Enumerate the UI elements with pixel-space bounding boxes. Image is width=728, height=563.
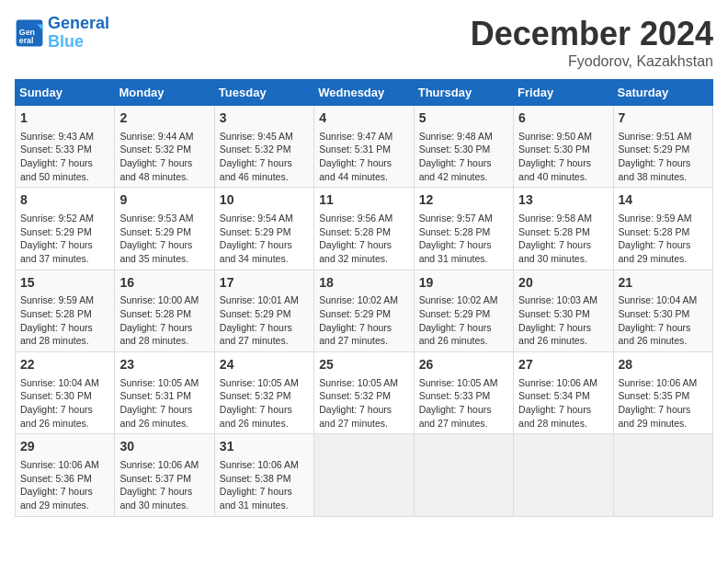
calendar-week-row: 1Sunrise: 9:43 AM Sunset: 5:33 PM Daylig… — [16, 106, 713, 188]
calendar-cell: 29Sunrise: 10:06 AM Sunset: 5:36 PM Dayl… — [16, 434, 115, 516]
calendar-cell: 18Sunrise: 10:02 AM Sunset: 5:29 PM Dayl… — [314, 270, 414, 351]
day-number: 26 — [419, 356, 508, 374]
calendar-cell: 3Sunrise: 9:45 AM Sunset: 5:32 PM Daylig… — [214, 106, 313, 188]
day-number: 28 — [619, 356, 708, 374]
day-number: 3 — [220, 109, 309, 128]
svg-text:eral: eral — [19, 36, 34, 45]
day-number: 15 — [20, 274, 109, 293]
title-block: December 2024 Fyodorov, Kazakhstan — [471, 15, 713, 70]
calendar-cell: 9Sunrise: 9:53 AM Sunset: 5:29 PM Daylig… — [115, 188, 214, 270]
calendar-cell: 17Sunrise: 10:01 AM Sunset: 5:29 PM Dayl… — [214, 270, 313, 351]
calendar-cell: 12Sunrise: 9:57 AM Sunset: 5:28 PM Dayli… — [414, 188, 513, 270]
day-info: Sunrise: 9:59 AM Sunset: 5:28 PM Dayligh… — [20, 293, 109, 348]
calendar-cell: 23Sunrise: 10:05 AM Sunset: 5:31 PM Dayl… — [115, 352, 214, 434]
day-number: 7 — [619, 109, 708, 128]
logo-text: GeneralBlue — [48, 15, 109, 52]
day-info: Sunrise: 9:56 AM Sunset: 5:28 PM Dayligh… — [319, 212, 408, 266]
day-number: 30 — [119, 438, 209, 456]
weekday-header: Monday — [115, 80, 214, 106]
calendar-cell: 14Sunrise: 9:59 AM Sunset: 5:28 PM Dayli… — [613, 188, 712, 270]
day-info: Sunrise: 10:05 AM Sunset: 5:32 PM Daylig… — [319, 376, 408, 431]
day-number: 24 — [220, 356, 309, 374]
day-number: 23 — [119, 356, 209, 374]
calendar-cell: 30Sunrise: 10:06 AM Sunset: 5:37 PM Dayl… — [115, 434, 214, 516]
weekday-header: Friday — [514, 80, 613, 106]
calendar-cell — [414, 434, 513, 516]
day-info: Sunrise: 10:05 AM Sunset: 5:33 PM Daylig… — [419, 376, 508, 431]
day-info: Sunrise: 10:05 AM Sunset: 5:31 PM Daylig… — [119, 376, 209, 431]
day-info: Sunrise: 9:52 AM Sunset: 5:29 PM Dayligh… — [20, 212, 109, 266]
day-number: 10 — [220, 191, 309, 210]
day-number: 18 — [319, 274, 408, 293]
day-info: Sunrise: 9:58 AM Sunset: 5:28 PM Dayligh… — [518, 212, 608, 266]
weekday-header: Sunday — [16, 80, 115, 106]
calendar-cell: 2Sunrise: 9:44 AM Sunset: 5:32 PM Daylig… — [115, 106, 214, 188]
calendar-cell — [613, 434, 712, 516]
day-number: 16 — [119, 274, 209, 293]
day-info: Sunrise: 10:00 AM Sunset: 5:28 PM Daylig… — [119, 293, 209, 348]
day-info: Sunrise: 10:06 AM Sunset: 5:38 PM Daylig… — [220, 458, 309, 512]
day-info: Sunrise: 9:54 AM Sunset: 5:29 PM Dayligh… — [220, 212, 309, 266]
day-info: Sunrise: 9:44 AM Sunset: 5:32 PM Dayligh… — [119, 130, 209, 184]
day-number: 17 — [220, 274, 309, 293]
calendar-cell: 28Sunrise: 10:06 AM Sunset: 5:35 PM Dayl… — [613, 352, 712, 434]
day-info: Sunrise: 10:02 AM Sunset: 5:29 PM Daylig… — [419, 293, 508, 348]
day-number: 29 — [20, 438, 109, 456]
day-info: Sunrise: 10:06 AM Sunset: 5:36 PM Daylig… — [20, 458, 109, 512]
day-number: 19 — [419, 274, 508, 293]
day-info: Sunrise: 10:05 AM Sunset: 5:32 PM Daylig… — [220, 376, 309, 431]
svg-text:Gen: Gen — [19, 27, 35, 36]
day-info: Sunrise: 10:06 AM Sunset: 5:34 PM Daylig… — [518, 376, 608, 431]
weekday-header: Tuesday — [214, 80, 313, 106]
calendar-cell: 16Sunrise: 10:00 AM Sunset: 5:28 PM Dayl… — [115, 270, 214, 351]
calendar-cell: 7Sunrise: 9:51 AM Sunset: 5:29 PM Daylig… — [613, 106, 712, 188]
calendar-cell: 4Sunrise: 9:47 AM Sunset: 5:31 PM Daylig… — [314, 106, 414, 188]
weekday-header: Saturday — [613, 80, 712, 106]
day-info: Sunrise: 10:02 AM Sunset: 5:29 PM Daylig… — [319, 293, 408, 348]
calendar-cell — [514, 434, 613, 516]
calendar-cell: 8Sunrise: 9:52 AM Sunset: 5:29 PM Daylig… — [16, 188, 115, 270]
calendar-cell: 24Sunrise: 10:05 AM Sunset: 5:32 PM Dayl… — [214, 352, 313, 434]
day-number: 4 — [319, 109, 408, 128]
day-number: 5 — [419, 109, 508, 128]
page-header: Gen eral GeneralBlue December 2024 Fyodo… — [15, 15, 713, 70]
day-number: 11 — [319, 191, 408, 210]
logo: Gen eral GeneralBlue — [15, 15, 109, 52]
day-number: 12 — [419, 191, 508, 210]
calendar-week-row: 15Sunrise: 9:59 AM Sunset: 5:28 PM Dayli… — [16, 270, 713, 351]
calendar-cell: 1Sunrise: 9:43 AM Sunset: 5:33 PM Daylig… — [16, 106, 115, 188]
day-info: Sunrise: 9:59 AM Sunset: 5:28 PM Dayligh… — [619, 212, 708, 266]
calendar-cell: 11Sunrise: 9:56 AM Sunset: 5:28 PM Dayli… — [314, 188, 414, 270]
day-info: Sunrise: 10:06 AM Sunset: 5:35 PM Daylig… — [619, 376, 708, 431]
day-number: 27 — [518, 356, 608, 374]
day-number: 1 — [20, 109, 109, 128]
calendar-cell: 6Sunrise: 9:50 AM Sunset: 5:30 PM Daylig… — [514, 106, 613, 188]
calendar-cell: 27Sunrise: 10:06 AM Sunset: 5:34 PM Dayl… — [514, 352, 613, 434]
calendar-cell: 5Sunrise: 9:48 AM Sunset: 5:30 PM Daylig… — [414, 106, 513, 188]
calendar-cell: 22Sunrise: 10:04 AM Sunset: 5:30 PM Dayl… — [16, 352, 115, 434]
calendar-cell — [314, 434, 414, 516]
day-info: Sunrise: 10:01 AM Sunset: 5:29 PM Daylig… — [220, 293, 309, 348]
day-number: 13 — [518, 191, 608, 210]
day-info: Sunrise: 9:43 AM Sunset: 5:33 PM Dayligh… — [20, 130, 109, 184]
day-number: 31 — [220, 438, 309, 456]
calendar-cell: 19Sunrise: 10:02 AM Sunset: 5:29 PM Dayl… — [414, 270, 513, 351]
calendar-cell: 10Sunrise: 9:54 AM Sunset: 5:29 PM Dayli… — [214, 188, 313, 270]
calendar-cell: 26Sunrise: 10:05 AM Sunset: 5:33 PM Dayl… — [414, 352, 513, 434]
day-number: 6 — [518, 109, 608, 128]
calendar-cell: 21Sunrise: 10:04 AM Sunset: 5:30 PM Dayl… — [613, 270, 712, 351]
calendar-week-row: 8Sunrise: 9:52 AM Sunset: 5:29 PM Daylig… — [16, 188, 713, 270]
day-info: Sunrise: 9:50 AM Sunset: 5:30 PM Dayligh… — [518, 130, 608, 184]
day-number: 9 — [119, 191, 209, 210]
calendar-table: SundayMondayTuesdayWednesdayThursdayFrid… — [15, 79, 713, 517]
day-number: 14 — [619, 191, 708, 210]
day-info: Sunrise: 9:48 AM Sunset: 5:30 PM Dayligh… — [419, 130, 508, 184]
day-info: Sunrise: 10:06 AM Sunset: 5:37 PM Daylig… — [119, 458, 209, 512]
logo-icon: Gen eral — [15, 18, 44, 48]
calendar-cell: 31Sunrise: 10:06 AM Sunset: 5:38 PM Dayl… — [214, 434, 313, 516]
day-number: 20 — [518, 274, 608, 293]
day-info: Sunrise: 9:47 AM Sunset: 5:31 PM Dayligh… — [319, 130, 408, 184]
calendar-cell: 20Sunrise: 10:03 AM Sunset: 5:30 PM Dayl… — [514, 270, 613, 351]
location: Fyodorov, Kazakhstan — [471, 53, 713, 70]
day-info: Sunrise: 9:45 AM Sunset: 5:32 PM Dayligh… — [220, 130, 309, 184]
